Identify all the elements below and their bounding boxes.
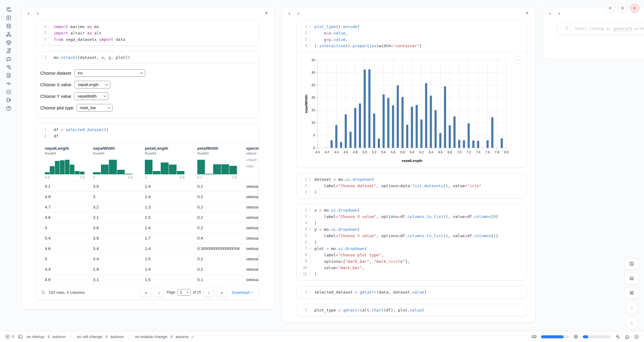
runtime-on-startup[interactable]: on startup: autorun: [27, 334, 66, 339]
column-histogram[interactable]: [45, 160, 84, 174]
table-cell: setosa: [242, 212, 259, 223]
dropdown-choose-y-value[interactable]: sepalWidth: [74, 92, 109, 100]
scratchpad-code-icon[interactable]: [6, 89, 12, 95]
ram-usage-meter[interactable]: [541, 335, 569, 338]
cpu-usage-meter[interactable]: [583, 335, 611, 338]
code-editor[interactable]: 1plot_type().encode(2 x=x.value,3 y=y.va…: [297, 21, 527, 52]
add-cell-button[interactable]: +: [525, 10, 529, 16]
page-select[interactable]: 1: [177, 289, 191, 296]
code-editor[interactable]: 1dataset = mo.ui.dropdown(2 label="Choos…: [297, 173, 527, 198]
terminal-button[interactable]: [18, 334, 23, 339]
column-header-sepalWidth[interactable]: sepalWidthfloat6424.4: [89, 142, 141, 181]
help-icon[interactable]: [6, 105, 12, 111]
dependency-graph-icon[interactable]: [6, 31, 12, 37]
assistant-robot-icon[interactable]: [624, 334, 630, 339]
fold-chevron-icon[interactable]: [309, 247, 311, 249]
notebook-actions: ⌘: [624, 258, 639, 330]
ai-sparkles-icon[interactable]: [615, 334, 620, 339]
table-row[interactable]: 4.93.11.50.1setosa: [41, 275, 259, 285]
run-button[interactable]: [625, 317, 638, 330]
dropdown-select[interactable]: sepalWidth: [74, 92, 109, 100]
prev-page-button[interactable]: ‹: [153, 288, 164, 297]
layout-button[interactable]: [624, 272, 639, 284]
table-row[interactable]: 53.61.40.2setosa: [41, 223, 259, 233]
next-column-button[interactable]: ›: [558, 11, 560, 16]
table-row[interactable]: 4.63.41.40.30000000000000004setosa: [41, 244, 259, 254]
table-row[interactable]: 5.13.51.40.2setosa: [41, 181, 259, 192]
dropdown-select[interactable]: mark_bar: [77, 104, 113, 112]
code-editor[interactable]: 1x = mo.ui.dropdown(2 label="Choose X va…: [297, 204, 527, 280]
table-scroll-area[interactable]: sepalLengthfloat644.37.9sepalWidthfloat6…: [36, 142, 259, 285]
last-page-button[interactable]: »: [216, 288, 227, 297]
dropdown-select[interactable]: sepalLength: [74, 81, 110, 88]
column-header-petalWidth[interactable]: petalWidthfloat640.12.5: [193, 142, 242, 181]
documentation-icon[interactable]: [6, 73, 12, 78]
code-editor[interactable]: 1Start coding or generate with AI: [557, 23, 644, 34]
table-cell: 3: [89, 192, 141, 202]
table-row[interactable]: 4.931.40.2setosa: [41, 192, 259, 202]
code-editor[interactable]: 1mo.vstack([dataset, x, y, plot]): [36, 52, 259, 63]
line-number: 1: [36, 23, 49, 30]
code-editor[interactable]: 1plot_type = getattr(alt.Chart(df), plot…: [297, 304, 527, 316]
file-tree-icon[interactable]: [6, 7, 12, 12]
page-select-input[interactable]: 1: [177, 289, 191, 296]
status-check-icon[interactable]: [634, 334, 639, 339]
dropdown-select[interactable]: iris: [74, 69, 145, 77]
next-page-button[interactable]: ›: [203, 288, 214, 297]
column-header-petalLength[interactable]: petalLengthfloat6416.9: [141, 142, 193, 181]
save-button[interactable]: [624, 258, 639, 270]
function-icon[interactable]: [6, 15, 12, 21]
prev-column-button[interactable]: ‹: [28, 11, 30, 16]
runtime-on-module-change[interactable]: on module change: autorun: [135, 334, 193, 339]
dropdown-choose-plot-type[interactable]: mark_bar: [77, 104, 113, 112]
altair-chart[interactable]: 4.04.24.44.64.85.05.25.45.65.86.06.26.46…: [303, 56, 527, 165]
prev-column-button[interactable]: ‹: [288, 11, 290, 16]
download-button[interactable]: Download: [232, 290, 252, 295]
table-row[interactable]: 4.42.91.40.2setosa: [41, 264, 259, 275]
add-cell-button[interactable]: +: [265, 10, 268, 16]
fold-chevron-icon[interactable]: [309, 228, 311, 230]
table-row[interactable]: 53.41.50.2setosa: [41, 254, 259, 264]
shutdown-button[interactable]: ✕: [630, 3, 639, 13]
column-histogram[interactable]: [145, 160, 184, 174]
chatbot-icon[interactable]: [6, 56, 12, 62]
logs-search-icon[interactable]: [6, 64, 12, 70]
chart-menu-button[interactable]: ⋯: [514, 56, 522, 64]
dropdown-choose-dataset[interactable]: iris: [74, 69, 145, 77]
code-editor[interactable]: 1df = selected_dataset()2df: [36, 124, 259, 142]
column-histogram[interactable]: [197, 160, 237, 174]
column-header-sepalLength[interactable]: sepalLengthfloat644.37.9: [41, 142, 89, 181]
code-editor[interactable]: 1import marimo as mo2import altair as al…: [36, 21, 259, 45]
table-cell: 3.5: [89, 181, 141, 192]
chevron-down-icon: [251, 291, 253, 293]
fold-chevron-icon[interactable]: [309, 209, 311, 211]
database-icon[interactable]: [6, 23, 12, 29]
table-row[interactable]: 5.43.91.70.4setosa: [41, 233, 259, 244]
table-row[interactable]: 4.73.21.30.2setosa: [41, 202, 259, 212]
first-page-button[interactable]: «: [140, 288, 151, 297]
snippets-scroll-icon[interactable]: [6, 48, 12, 54]
code-editor[interactable]: 1selected_dataset = getattr(data, datase…: [297, 286, 527, 298]
prev-column-button[interactable]: ‹: [549, 11, 551, 16]
menu-button[interactable]: [606, 3, 615, 13]
errors-indicator[interactable]: 0: [5, 334, 14, 339]
settings-button[interactable]: [618, 3, 627, 13]
svg-text:20: 20: [311, 96, 315, 99]
runtime-on-cell-change[interactable]: on cell change: autorun: [77, 334, 124, 339]
fold-chevron-icon[interactable]: [309, 178, 311, 180]
column-histogram[interactable]: [93, 160, 133, 174]
search-icon[interactable]: [41, 290, 45, 295]
tracing-activity-icon[interactable]: [6, 81, 12, 87]
next-column-button[interactable]: ›: [298, 11, 299, 16]
stop-button[interactable]: [625, 301, 638, 314]
dropdown-choose-x-value[interactable]: sepalLength: [74, 81, 110, 88]
package-icon[interactable]: [6, 40, 12, 45]
hist-max: 4.4: [128, 176, 133, 179]
fold-chevron-icon[interactable]: [309, 25, 311, 27]
histogram-bar: [70, 165, 74, 174]
notebook-edit-icon[interactable]: [6, 97, 12, 103]
table-row[interactable]: 4.63.11.50.2setosa: [41, 212, 259, 223]
column-header-species[interactable]: speciesobjectunique:nulls:: [242, 142, 259, 181]
next-column-button[interactable]: ›: [37, 11, 39, 16]
keyboard-shortcuts-button[interactable]: ⌘: [624, 287, 639, 299]
